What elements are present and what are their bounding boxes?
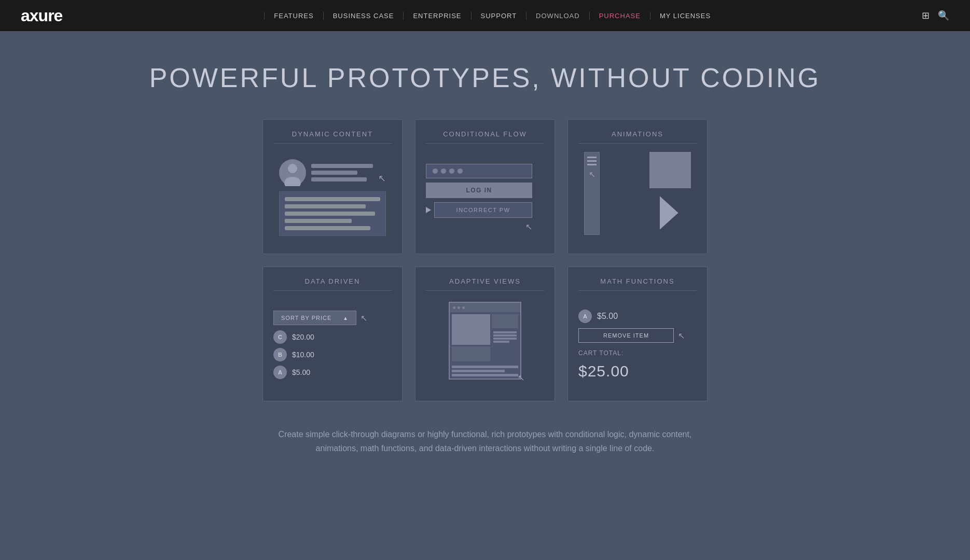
dc-bottom-line-4 [285,219,351,223]
dc-line-1 [311,164,372,168]
nav-download[interactable]: DOWNLOAD [526,12,590,20]
nav-purchase[interactable]: PURCHASE [590,12,650,20]
dd-sort-row: SORT BY PRICE ▲ ↖ [273,311,380,325]
anim-sidebar-line-2 [587,160,597,162]
mf-cart-total-label: CART TOTAL: [578,348,685,357]
card-title-conditional-flow: CONDITIONAL FLOW [426,130,544,144]
dd-items-list: C $20.00 B $10.00 A $5.00 [273,330,380,379]
mf-remove-row: REMOVE ITEM ↖ [578,328,685,343]
card-title-math-functions: MATH FUNCTIONS [578,277,697,291]
av-bottom-lines [450,363,520,379]
mf-item: A $5.00 [578,310,685,323]
nav-business-case[interactable]: BUSINESS CASE [324,12,404,20]
site-header: axure FEATURES BUSINESS CASE ENTERPRISE … [0,0,970,31]
av-right-lines [492,330,518,361]
card-data-driven: DATA DRIVEN SORT BY PRICE ▲ ↖ C $20.00 [262,267,403,401]
dd-inner: SORT BY PRICE ▲ ↖ C $20.00 B $10.00 [273,311,380,379]
dd-price-a: $5.00 [292,368,310,376]
dd-sort-label: SORT BY PRICE [281,315,331,321]
dc-bottom-block [279,191,385,236]
cf-login-button: LOG IN [426,183,532,198]
cards-grid: DYNAMIC CONTENT ↖ [262,119,708,401]
dd-cursor: ↖ [361,313,367,323]
card-adaptive-views: ADAPTIVE VIEWS [415,267,555,401]
av-bottom-line-3 [452,374,518,376]
cf-arrow-row: INCORRECT PW [426,202,532,218]
card-title-dynamic-content: DYNAMIC CONTENT [273,130,392,144]
anim-square [649,152,691,188]
anim-right [604,152,690,235]
anim-sidebar-line-1 [587,157,597,158]
dd-item-0: C $20.00 [273,330,380,344]
dc-bottom-line-3 [285,212,375,216]
cf-error-message: INCORRECT PW [434,202,532,218]
cf-dot-4 [458,169,463,174]
adaptive-views-illustration: ↖ [432,299,538,382]
search-icon[interactable]: 🔍 [938,10,949,21]
mf-inner: A $5.00 REMOVE ITEM ↖ CART TOTAL: $25.00 [578,310,685,380]
dc-line-3 [311,177,366,181]
mf-item-price: $5.00 [597,312,618,321]
mf-total-label-text: CART TOTAL: [578,349,623,357]
main-content: POWERFUL PROTOTYPES, WITHOUT CODING DYNA… [0,31,970,476]
av-right-block-1 [492,314,518,328]
card-math-functions: MATH FUNCTIONS A $5.00 REMOVE ITEM ↖ CAR… [567,267,708,401]
card-title-animations: ANIMATIONS [578,130,697,144]
av-sub-block [452,346,490,361]
card-animations: ANIMATIONS ↖ [567,119,708,254]
av-right-col [492,314,518,361]
header-icons: ⊞ 🔍 [922,10,949,21]
logo[interactable]: axure [21,6,62,25]
av-dot-3 [462,306,465,309]
mf-badge-a: A [578,310,592,323]
grid-icon[interactable]: ⊞ [922,10,930,21]
mf-remove-button[interactable]: REMOVE ITEM [578,328,674,343]
dc-bottom-line-1 [285,197,380,201]
card-title-adaptive-views: ADAPTIVE VIEWS [426,277,544,291]
av-screen: ↖ [449,302,521,380]
card-conditional-flow: CONDITIONAL FLOW LOG IN INCORRECT PW ↖ [415,119,555,254]
av-cursor: ↖ [518,373,524,383]
animations-illustration: ↖ [584,152,690,235]
cf-dot-2 [441,169,446,174]
av-screen-body [450,312,520,363]
av-line-3 [493,338,517,340]
av-bottom-line-1 [452,366,518,368]
av-dot-1 [453,306,455,309]
card-title-data-driven: DATA DRIVEN [273,277,392,291]
cf-dot-1 [433,169,438,174]
nav-my-licenses[interactable]: MY LICENSES [650,12,720,20]
av-line-2 [493,334,517,337]
dc-text-lines [311,164,372,181]
nav-enterprise[interactable]: ENTERPRISE [404,12,471,20]
anim-sidebar-arrow: ↖ [589,170,595,179]
card-dynamic-content: DYNAMIC CONTENT ↖ [262,119,403,254]
cf-inner: LOG IN INCORRECT PW ↖ [426,164,532,232]
dd-sort-button[interactable]: SORT BY PRICE ▲ [273,311,356,325]
page-description: Create simple click-through diagrams or … [262,427,708,455]
dd-badge-b: B [273,348,287,361]
anim-sidebar-line-3 [587,164,597,165]
dc-top-row: ↖ [279,159,385,186]
av-line-1 [493,331,517,333]
page-title: POWERFUL PROTOTYPES, WITHOUT CODING [149,62,821,93]
mf-total-price: $25.00 [578,362,685,380]
dc-bottom-line-2 [285,204,366,208]
dc-bottom-line-5 [285,226,370,230]
dc-cursor: ↖ [378,173,386,184]
cf-dot-3 [449,169,454,174]
anim-sidebar: ↖ [584,152,600,235]
av-line-4 [493,341,510,343]
av-bottom-line-2 [452,370,505,372]
cf-password-field [426,164,532,178]
svg-point-1 [288,164,297,173]
dd-sort-arrow: ▲ [343,315,349,321]
mf-cursor: ↖ [678,331,685,341]
nav-support[interactable]: SUPPORT [472,12,527,20]
main-nav: FEATURES BUSINESS CASE ENTERPRISE SUPPOR… [264,12,720,20]
cf-arrow-icon [426,207,431,213]
nav-features[interactable]: FEATURES [264,12,323,20]
conditional-flow-illustration: LOG IN INCORRECT PW ↖ [426,152,544,243]
av-left-col [452,314,490,361]
av-main-block [452,314,490,345]
